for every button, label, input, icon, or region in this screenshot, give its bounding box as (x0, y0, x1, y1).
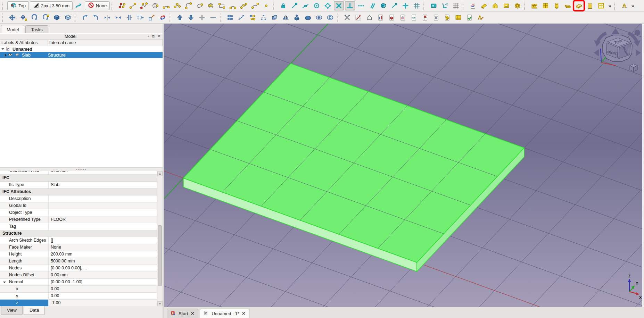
snap-parallel-icon[interactable] (367, 1, 377, 10)
property-group-ifc-attributes[interactable]: IFC Attributes (0, 189, 157, 195)
draft-move-icon[interactable] (7, 13, 17, 22)
draft-polyline-icon[interactable] (139, 1, 149, 10)
draft-scale-icon[interactable] (52, 13, 62, 22)
snap-extension-icon[interactable] (356, 1, 366, 10)
bim-material-icon[interactable] (442, 13, 452, 22)
snap-perpendicular-icon[interactable] (345, 1, 355, 10)
property-value[interactable]: -1.00 (49, 300, 157, 306)
property-row-tag[interactable]: Tag (0, 223, 157, 230)
property-value[interactable]: [0.00 0.00 -1.00] (49, 279, 157, 285)
property-row-height[interactable]: Height200.00 mm (0, 251, 157, 258)
bim-preflight-icon[interactable] (464, 13, 474, 22)
union-icon[interactable] (303, 13, 313, 22)
draft-subrotate-icon[interactable] (41, 13, 51, 22)
property-value[interactable]: 0.00 (49, 293, 157, 299)
scrollbar-thumb[interactable] (158, 225, 162, 286)
ifc-document-icon[interactable] (468, 1, 478, 10)
property-value[interactable]: [] (49, 237, 157, 244)
property-row-predefined-type[interactable]: Predefined TypeFLOOR (0, 216, 157, 223)
property-row-tool-offset-last[interactable]: Tool Offset Last0.00 mm (0, 171, 157, 175)
draft-line-icon[interactable] (128, 1, 138, 10)
property-value[interactable]: 200.00 mm (49, 251, 157, 258)
toolbar-extension-icon[interactable]: » (630, 3, 635, 9)
arch-window-icon[interactable] (596, 1, 606, 10)
property-value[interactable]: 0.00 mm (49, 272, 157, 278)
scroll-down-icon[interactable]: ▼ (157, 301, 163, 306)
bim-sketch-icon[interactable] (353, 13, 363, 22)
property-row-object-type[interactable]: Object Type (0, 209, 157, 216)
extrude-icon[interactable] (292, 13, 302, 22)
property-row-normal[interactable]: Normal[0.00 0.00 -1.00] (0, 279, 157, 286)
arch-wall-icon[interactable] (529, 1, 539, 10)
clone-icon[interactable] (270, 13, 280, 22)
properties-scrollbar[interactable]: ▲ ▼ (157, 171, 163, 306)
common-icon[interactable] (314, 13, 324, 22)
property-row-ifc-type[interactable]: Ifc TypeSlab (0, 182, 157, 189)
expander-icon[interactable] (3, 282, 6, 283)
dock-float-icon[interactable]: ⧉ (152, 34, 155, 39)
draft-trimex-icon[interactable] (91, 13, 101, 22)
tree-item-slab[interactable]: Slab Structure (0, 52, 163, 58)
scroll-up-icon[interactable]: ▲ (157, 171, 163, 176)
property-row-z[interactable]: z-1.00 (0, 300, 157, 306)
tab-tasks[interactable]: Tasks (25, 25, 48, 33)
bim-tools-icon[interactable] (342, 13, 352, 22)
property-label[interactable]: Tag (0, 223, 49, 230)
property-label[interactable]: Predefined Type (0, 216, 49, 223)
navcube-mini-cube-icon[interactable] (630, 64, 637, 72)
draft-bezier-icon[interactable] (250, 1, 260, 10)
property-group-structure[interactable]: Structure (0, 230, 157, 237)
tab-unnamed-document[interactable]: Unnamed : 1* ✕ (200, 309, 249, 318)
snap-ortho-icon[interactable] (378, 1, 388, 10)
property-label[interactable]: Description (0, 195, 49, 202)
navcube-body[interactable]: TOP FRONT RIGHT (603, 35, 632, 61)
draft-upgrade-downgrade-icon[interactable] (158, 13, 168, 22)
property-label[interactable]: Length (0, 258, 49, 265)
snap-special-icon[interactable] (401, 1, 411, 10)
arch-site-icon[interactable] (512, 1, 522, 10)
draft-polygon-icon[interactable] (206, 1, 216, 10)
bim-todo-icon[interactable] (420, 13, 430, 22)
property-row-x[interactable]: x0.00 (0, 286, 157, 293)
property-value[interactable]: 5000.00 mm (49, 258, 157, 265)
model-tree[interactable]: Unnamed Slab Structure (0, 46, 163, 167)
xor-icon[interactable] (325, 13, 335, 22)
array-icon[interactable] (225, 13, 235, 22)
close-icon[interactable]: ✕ (190, 311, 195, 316)
draft-bspline-icon[interactable] (239, 1, 249, 10)
dock-minimize-icon[interactable]: ▫ (148, 34, 149, 39)
property-label[interactable]: Tool Offset Last (0, 171, 49, 174)
property-value[interactable]: None (49, 244, 157, 251)
tree-item-document[interactable]: Unnamed (0, 46, 163, 52)
property-label[interactable]: Height (0, 251, 49, 258)
property-label[interactable]: Nodes (0, 265, 49, 271)
working-plane-icon[interactable]: yx (440, 1, 450, 10)
bim-schedule-icon[interactable] (453, 13, 463, 22)
arch-curtain-wall-icon[interactable] (540, 1, 551, 10)
autogroup-none-button[interactable]: None (85, 1, 110, 10)
property-label[interactable]: y (0, 293, 49, 299)
draft-rotate-icon[interactable] (30, 13, 40, 22)
arch-column-icon[interactable] (552, 1, 562, 10)
property-row-length[interactable]: Length5000.00 mm (0, 258, 157, 265)
property-value[interactable] (49, 223, 157, 230)
tab-start[interactable]: F Start ✕ (167, 309, 198, 318)
property-label[interactable]: x (0, 286, 49, 292)
snap-dimensions-icon[interactable] (429, 1, 439, 10)
line-width-button[interactable]: 2px | 3.50 mm (30, 1, 73, 10)
snap-midpoint-icon[interactable] (300, 1, 311, 10)
snap-angle-icon[interactable] (323, 1, 333, 10)
draft-split-icon[interactable] (124, 13, 134, 22)
property-value[interactable]: FLOOR (49, 216, 157, 223)
tree-column-labels[interactable]: Labels & Attributes (0, 40, 48, 46)
property-label[interactable]: Nodes Offset (0, 272, 49, 278)
toggle-grid-icon[interactable] (451, 1, 461, 10)
draft-simple-copy-icon[interactable] (63, 13, 73, 22)
property-value[interactable]: [0.00 0.00 0.00], ... (49, 265, 157, 271)
property-label[interactable]: Normal (0, 279, 49, 285)
property-row-nodes-offset[interactable]: Nodes Offset0.00 mm (0, 272, 157, 279)
property-row-y[interactable]: y0.00 (0, 293, 157, 300)
draft-rectangle-icon[interactable] (217, 1, 227, 10)
draft-arc-n-icon[interactable] (228, 1, 238, 10)
property-value[interactable]: 0.00 mm (49, 171, 157, 174)
